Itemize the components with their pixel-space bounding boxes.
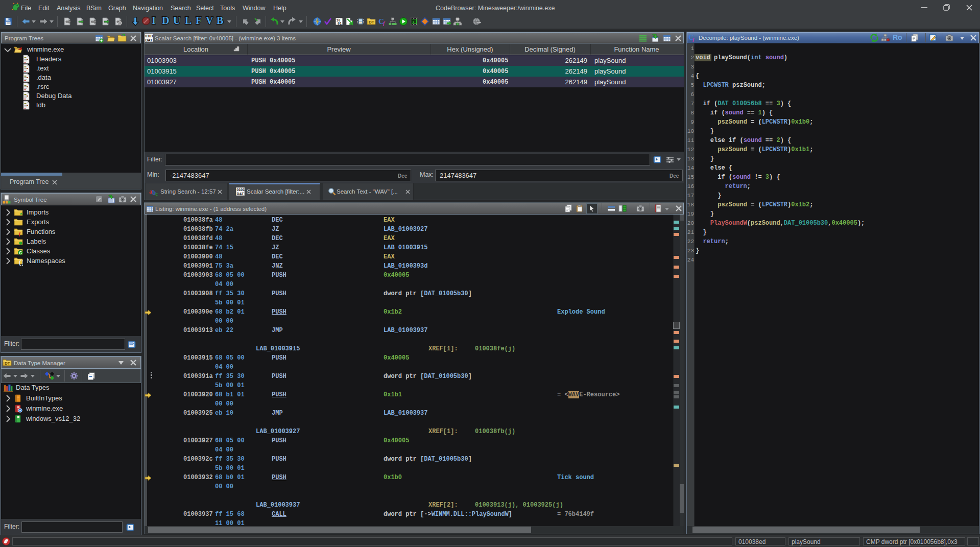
svg-text:0101: 0101 xyxy=(146,34,154,38)
svg-text:f: f xyxy=(383,20,386,26)
svg-text:DAT: DAT xyxy=(237,192,245,196)
svg-text:0101: 0101 xyxy=(237,188,245,192)
svg-text:DT: DT xyxy=(369,20,374,25)
svg-text:01: 01 xyxy=(338,22,342,26)
svg-text:c: c xyxy=(155,191,158,196)
svg-text:1: 1 xyxy=(413,20,415,24)
svg-text:DAT: DAT xyxy=(146,38,153,42)
svg-text:f: f xyxy=(692,36,695,42)
